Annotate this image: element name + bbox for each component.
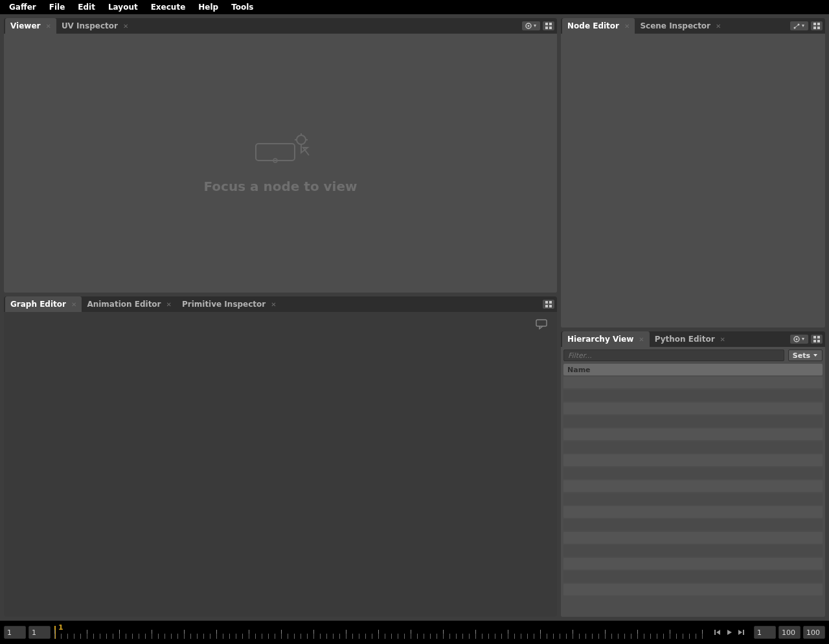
node-editor-panel-head: Node Editor ✕ Scene Inspector ✕ <box>561 18 825 34</box>
skip-end-icon[interactable] <box>736 627 746 638</box>
layout-grid-icon[interactable] <box>811 335 823 344</box>
svg-rect-16 <box>813 23 816 25</box>
tab-label: Viewer <box>10 21 40 30</box>
hierarchy-row[interactable] <box>563 454 823 466</box>
hierarchy-row[interactable] <box>563 403 823 414</box>
hierarchy-row[interactable] <box>563 519 823 531</box>
svg-rect-28 <box>817 336 820 339</box>
hierarchy-filter-input[interactable] <box>563 350 784 361</box>
svg-point-26 <box>796 339 798 340</box>
node-editor-body[interactable] <box>561 34 825 328</box>
hierarchy-row[interactable] <box>563 390 823 401</box>
hierarchy-row[interactable] <box>563 493 823 505</box>
menu-file[interactable]: File <box>43 0 72 14</box>
hierarchy-row[interactable] <box>563 480 823 492</box>
hierarchy-rows <box>563 377 823 595</box>
viewer-panel-controls <box>522 21 556 30</box>
tab-label: Primitive Inspector <box>182 300 266 309</box>
svg-rect-2 <box>545 23 548 25</box>
close-icon[interactable]: ✕ <box>720 336 725 343</box>
hierarchy-row[interactable] <box>563 441 823 453</box>
tab-label: Python Editor <box>655 335 715 344</box>
timeline-end-outer[interactable] <box>803 626 825 639</box>
svg-rect-19 <box>817 27 820 29</box>
menu-tools[interactable]: Tools <box>225 0 260 14</box>
sets-dropdown-button[interactable]: Sets <box>788 350 823 361</box>
close-icon[interactable]: ✕ <box>271 301 276 308</box>
menu-edit[interactable]: Edit <box>71 0 102 14</box>
close-icon[interactable]: ✕ <box>624 23 630 30</box>
timeline-start-inner[interactable] <box>28 626 51 639</box>
layout-grid-icon[interactable] <box>543 21 554 30</box>
tab-label: Graph Editor <box>10 300 66 309</box>
layout-grid-icon[interactable] <box>543 300 554 309</box>
hierarchy-panel-controls <box>790 335 824 344</box>
svg-rect-24 <box>536 320 547 326</box>
hierarchy-row[interactable] <box>563 545 823 557</box>
skip-start-icon[interactable] <box>712 627 723 638</box>
timeline-track[interactable]: 1 <box>54 623 709 641</box>
close-icon[interactable]: ✕ <box>639 336 644 343</box>
close-icon[interactable]: ✕ <box>71 301 76 308</box>
menu-layout[interactable]: Layout <box>102 0 144 14</box>
hierarchy-row[interactable] <box>563 428 823 440</box>
svg-rect-22 <box>545 305 548 307</box>
tab-primitive-inspector[interactable]: Primitive Inspector ✕ <box>177 296 282 312</box>
hierarchy-filter-row: Sets <box>561 347 825 362</box>
tab-label: Scene Inspector <box>640 21 710 30</box>
close-icon[interactable]: ✕ <box>45 23 51 30</box>
messages-icon[interactable] <box>535 318 548 332</box>
svg-rect-30 <box>817 340 820 342</box>
node-editor-panel-controls <box>790 21 824 30</box>
viewer-panel-head: Viewer ✕ UV Inspector ✕ <box>4 18 557 34</box>
close-icon[interactable]: ✕ <box>166 301 172 308</box>
hierarchy-row[interactable] <box>563 416 823 427</box>
hierarchy-row[interactable] <box>563 467 823 479</box>
tab-graph-editor[interactable]: Graph Editor ✕ <box>5 296 82 312</box>
close-icon[interactable]: ✕ <box>123 23 128 30</box>
svg-rect-23 <box>549 305 552 307</box>
hierarchy-row[interactable] <box>563 584 823 595</box>
menubar: Gaffer File Edit Layout Execute Help Too… <box>0 0 829 14</box>
timeline-current-frame[interactable] <box>754 626 776 639</box>
hierarchy-row[interactable] <box>563 558 823 570</box>
timeline: 1 <box>0 621 829 644</box>
hierarchy-row[interactable] <box>563 506 823 518</box>
pin-dropdown-button[interactable] <box>790 21 808 30</box>
tab-animation-editor[interactable]: Animation Editor ✕ <box>82 296 177 312</box>
tab-uv-inspector[interactable]: UV Inspector ✕ <box>56 18 134 34</box>
viewer-placeholder-text: Focus a node to view <box>203 179 357 194</box>
timeline-start-outer[interactable] <box>4 626 26 639</box>
tab-viewer[interactable]: Viewer ✕ <box>5 18 56 34</box>
hierarchy-row[interactable] <box>563 377 823 388</box>
graph-editor-body[interactable] <box>4 312 557 617</box>
svg-rect-21 <box>549 301 552 304</box>
hierarchy-row[interactable] <box>563 532 823 544</box>
tab-scene-inspector[interactable]: Scene Inspector ✕ <box>635 18 726 34</box>
hierarchy-panel: Hierarchy View ✕ Python Editor ✕ Sets <box>561 331 825 617</box>
focus-node-icon <box>248 132 313 167</box>
node-editor-panel: Node Editor ✕ Scene Inspector ✕ <box>561 18 825 328</box>
menu-help[interactable]: Help <box>192 0 225 14</box>
hierarchy-body: Sets Name <box>561 347 825 617</box>
tab-node-editor[interactable]: Node Editor ✕ <box>562 18 635 34</box>
focus-dropdown-button[interactable] <box>522 21 540 30</box>
hierarchy-column-header[interactable]: Name <box>563 364 823 375</box>
graph-editor-panel-head: Graph Editor ✕ Animation Editor ✕ Primit… <box>4 296 557 312</box>
close-icon[interactable]: ✕ <box>716 23 721 30</box>
column-header-label: Name <box>567 366 591 374</box>
play-icon[interactable] <box>724 627 734 638</box>
viewer-body[interactable]: Focus a node to view <box>4 34 557 293</box>
graph-editor-panel-controls <box>543 300 556 309</box>
focus-dropdown-button[interactable] <box>790 335 808 344</box>
menu-execute[interactable]: Execute <box>144 0 192 14</box>
svg-rect-5 <box>549 27 552 29</box>
chevron-down-icon <box>813 353 818 358</box>
hierarchy-row[interactable] <box>563 571 823 583</box>
layout-grid-icon[interactable] <box>811 21 823 30</box>
tab-hierarchy-view[interactable]: Hierarchy View ✕ <box>562 331 650 347</box>
timeline-end-inner[interactable] <box>778 626 801 639</box>
menu-gaffer[interactable]: Gaffer <box>3 0 43 14</box>
timeline-ticks <box>54 628 709 639</box>
tab-python-editor[interactable]: Python Editor ✕ <box>650 331 731 347</box>
